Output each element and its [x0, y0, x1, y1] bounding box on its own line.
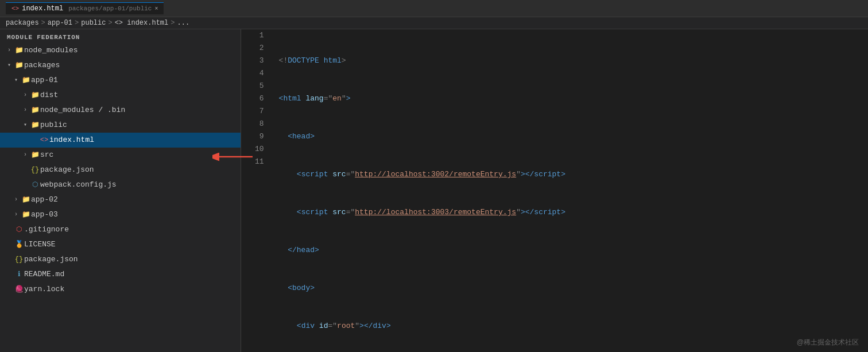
tree-item-label: packages — [24, 59, 241, 72]
folder-icon: 📁 — [30, 119, 40, 131]
tree-item-label: package.json — [40, 164, 241, 176]
tree-item-label: index.html — [49, 134, 241, 146]
code-line-1: <!DOCTYPE html> — [279, 55, 862, 67]
tree-item-label: LICENSE — [24, 238, 241, 251]
watermark: @稀土掘金技术社区 — [797, 338, 859, 347]
sidebar-item-webpack-config[interactable]: ⬡ webpack.config.js — [0, 177, 241, 192]
readme-icon: ℹ — [14, 268, 24, 281]
tree-item-label: app-03 — [31, 208, 241, 221]
tab-bar: <> index.html packages/app-01/public × — [0, 0, 868, 17]
json-file-icon: {} — [14, 253, 24, 266]
sidebar-item-node-modules-bin[interactable]: 📁 node_modules / .bin — [0, 103, 241, 118]
webpack-icon: ⬡ — [30, 179, 40, 191]
tree-item-label: .gitignore — [24, 223, 241, 236]
code-line-6: </head> — [279, 244, 862, 257]
code-line-7: <body> — [279, 282, 862, 295]
sidebar-item-public[interactable]: 📁 public — [0, 118, 241, 133]
sidebar-item-app01[interactable]: 📁 app-01 — [0, 73, 241, 88]
breadcrumb-sep-1: > — [41, 19, 45, 27]
sidebar-item-gitignore[interactable]: ⬡ .gitignore — [0, 222, 241, 237]
chevron-icon — [11, 74, 21, 87]
chevron-icon — [21, 149, 30, 161]
tree-item-label: app-01 — [31, 74, 241, 87]
chevron-icon — [21, 119, 30, 131]
breadcrumb-public: public — [81, 19, 106, 27]
git-icon: ⬡ — [14, 223, 24, 236]
code-line-4: <script src="http://localhost:3002/remot… — [279, 168, 862, 181]
editor-area[interactable]: 1 2 3 4 5 6 7 8 9 10 11 <!DOCTYPE html> … — [241, 29, 868, 352]
breadcrumb-sep-2: > — [75, 19, 79, 27]
license-icon: 🏅 — [14, 238, 24, 251]
sidebar-item-readme[interactable]: ℹ README.md — [0, 267, 241, 282]
sidebar-item-node-modules[interactable]: 📁 node_modules — [0, 43, 241, 58]
sidebar-item-package-json-app01[interactable]: {} package.json — [0, 163, 241, 177]
tab-path: packages/app-01/public — [68, 5, 152, 12]
folder-icon: 📁 — [30, 149, 40, 161]
tree-item-label: public — [40, 119, 241, 131]
json-file-icon: {} — [30, 164, 40, 176]
chevron-icon — [11, 194, 21, 206]
sidebar-item-index-html[interactable]: <> index.html — [0, 133, 241, 148]
breadcrumb-indexhtml: <> index.html — [115, 19, 169, 27]
tree-item-label: dist — [40, 89, 241, 102]
tree-item-label: yarn.lock — [24, 283, 241, 296]
folder-icon: 📁 — [14, 44, 24, 57]
chevron-icon — [5, 59, 14, 72]
sidebar-item-app02[interactable]: 📁 app-02 — [0, 192, 241, 207]
folder-icon: 📁 — [30, 89, 40, 102]
code-line-5: <script src="http://localhost:3003/remot… — [279, 206, 862, 219]
sidebar-item-yarn-lock[interactable]: 🧶 yarn.lock — [0, 282, 241, 297]
tab-close-icon[interactable]: × — [154, 6, 158, 12]
sidebar-item-license[interactable]: 🏅 LICENSE — [0, 237, 241, 252]
tree-item-label: package.json — [24, 253, 241, 266]
breadcrumb-sep-3: > — [108, 19, 112, 27]
folder-icon: 📁 — [21, 194, 31, 206]
sidebar: MODULE FEDERATION 📁 node_modules 📁 packa… — [0, 29, 241, 352]
code-line-2: <html lang="en"> — [279, 92, 862, 105]
breadcrumb: packages > app-01 > public > <> index.ht… — [0, 17, 868, 29]
tree-item-label: webpack.config.js — [40, 179, 241, 191]
breadcrumb-sep-4: > — [170, 19, 175, 27]
folder-icon: 📁 — [30, 104, 40, 117]
html-file-icon: <> — [11, 5, 19, 12]
sidebar-item-app03[interactable]: 📁 app-03 — [0, 207, 241, 222]
yarn-icon: 🧶 — [14, 283, 24, 296]
sidebar-section-title: MODULE FEDERATION — [0, 29, 241, 43]
tree-item-label: README.md — [24, 268, 241, 281]
html-file-icon: <> — [39, 134, 49, 146]
chevron-icon — [21, 104, 30, 117]
folder-icon: 📁 — [21, 208, 31, 221]
folder-icon: 📁 — [14, 59, 24, 72]
folder-icon: 📁 — [21, 74, 31, 87]
tree-item-label: node_modules / .bin — [40, 104, 241, 117]
main-layout: MODULE FEDERATION 📁 node_modules 📁 packa… — [0, 29, 868, 352]
sidebar-item-package-json-root[interactable]: {} package.json — [0, 252, 241, 267]
breadcrumb-ellipsis: ... — [177, 19, 189, 27]
sidebar-item-packages[interactable]: 📁 packages — [0, 58, 241, 73]
chevron-icon — [11, 208, 21, 221]
tree-item-label: app-02 — [31, 194, 241, 206]
code-editor[interactable]: <!DOCTYPE html> <html lang="en"> <head> … — [273, 29, 868, 352]
sidebar-item-dist[interactable]: 📁 dist — [0, 88, 241, 103]
breadcrumb-app01: app-01 — [48, 19, 72, 27]
tree-item-label: node_modules — [24, 44, 241, 57]
active-tab[interactable]: <> index.html packages/app-01/public × — [6, 2, 164, 14]
code-line-3: <head> — [279, 130, 862, 143]
code-line-8: <div id="root"></div> — [279, 320, 862, 332]
tab-filename: index.html — [22, 5, 63, 13]
tree-item-label: src — [40, 149, 241, 161]
breadcrumb-packages: packages — [6, 19, 39, 27]
line-numbers: 1 2 3 4 5 6 7 8 9 10 11 — [241, 29, 273, 352]
sidebar-item-src[interactable]: 📁 src — [0, 148, 241, 163]
chevron-icon — [21, 89, 30, 102]
chevron-icon — [5, 44, 14, 57]
